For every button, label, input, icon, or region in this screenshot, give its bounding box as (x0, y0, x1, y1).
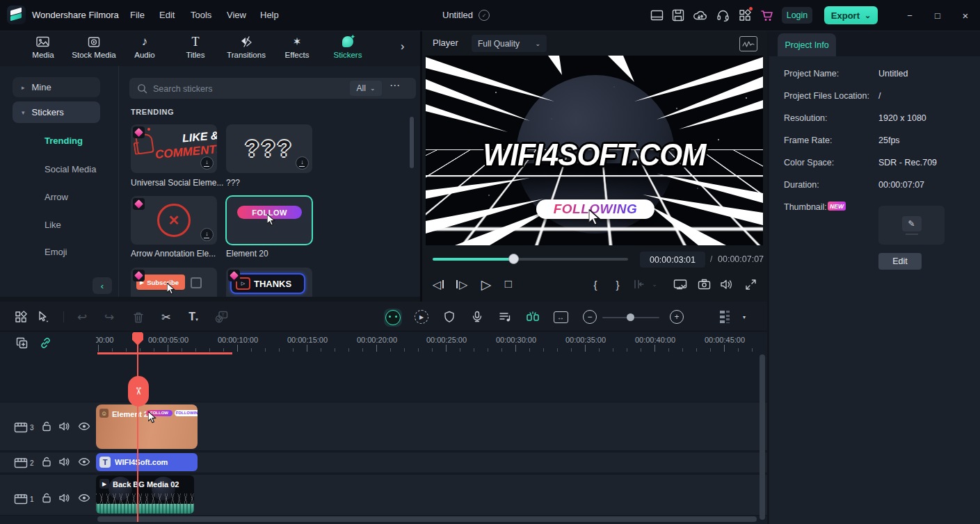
tab-titles[interactable]: T Titles (171, 35, 220, 65)
zoom-in-icon[interactable]: + (668, 310, 685, 324)
track-lock-icon[interactable] (41, 456, 51, 470)
mirror-display-icon[interactable] (672, 276, 689, 293)
edit-button[interactable]: Edit (878, 253, 922, 270)
link-icon[interactable] (38, 336, 53, 350)
download-icon[interactable]: ↓ (200, 228, 214, 241)
track-visibility-icon[interactable] (78, 493, 90, 505)
timeline-ruler[interactable]: 00:00:00 00:00:05:00 00:00:10:00 00:00:1… (96, 332, 760, 353)
tab-media[interactable]: Media (19, 35, 67, 65)
smart-cut-icon[interactable] (524, 310, 541, 324)
trim-chevron-icon[interactable]: ⌄ (650, 276, 659, 293)
sidebar-collapse-button[interactable]: ‹ (93, 277, 112, 294)
cloud-sync-icon[interactable] (693, 8, 708, 23)
play-button[interactable]: ▷ (479, 276, 494, 293)
support-headset-icon[interactable] (715, 8, 730, 23)
sticker-thumb-cross[interactable]: ✕ ↓ (131, 196, 217, 245)
window-close-button[interactable]: × (958, 8, 973, 22)
track-lock-icon[interactable] (41, 420, 51, 434)
tab-stock-media[interactable]: Stock Media (70, 35, 118, 65)
sticker-panel-scrollbar[interactable] (410, 117, 414, 168)
menu-view[interactable]: View (227, 10, 246, 20)
export-button[interactable]: Export ⌄ (824, 6, 878, 24)
timeline-layout-icon[interactable] (13, 310, 29, 324)
track-lock-icon[interactable] (41, 492, 51, 506)
video-preview[interactable]: WIFI4SOFT.COM FOLLOWING (426, 56, 763, 245)
tab-stickers[interactable]: ✦ Stickers (323, 35, 372, 65)
sidebar-group-stickers[interactable]: ▾ Stickers (13, 101, 100, 123)
quality-dropdown[interactable]: Full Quality ⌄ (472, 35, 547, 52)
motion-tracking-icon[interactable]: ▶ (413, 310, 430, 324)
clip-back-bg-media[interactable]: ▶ Back BG Media 02 (96, 475, 194, 514)
sticker-thumb-questions[interactable]: ??? ↓ (226, 124, 312, 173)
apps-grid-icon[interactable] (737, 8, 753, 23)
zoom-slider-handle[interactable] (627, 313, 634, 321)
track-mute-icon[interactable] (58, 493, 71, 506)
workspace-layout-icon[interactable] (649, 8, 664, 23)
save-icon[interactable] (670, 8, 686, 23)
current-timecode[interactable]: 00:00:03:01 (640, 252, 705, 268)
fullscreen-icon[interactable] (743, 276, 758, 293)
delete-icon[interactable] (130, 310, 147, 324)
menu-help[interactable]: Help (260, 10, 279, 20)
sticker-thumb-element20-selected[interactable]: FOLLOW (225, 195, 313, 245)
search-input[interactable] (152, 81, 328, 97)
sidebar-item-trending[interactable]: Trending (45, 136, 83, 146)
track-height-caret-icon[interactable]: ▾ (736, 310, 753, 324)
track-visibility-icon[interactable] (78, 421, 90, 434)
text-tool-icon[interactable]: T ▾ (185, 310, 202, 324)
audio-stretch-icon[interactable] (497, 310, 513, 324)
menu-edit[interactable]: Edit (159, 10, 175, 20)
track-mute-icon[interactable] (58, 457, 71, 470)
window-minimize-button[interactable]: − (902, 8, 917, 22)
menu-tools[interactable]: Tools (191, 10, 211, 20)
sidebar-item-social-media[interactable]: Social Media (45, 164, 96, 174)
thumbnail-edit-box[interactable]: ✎ (878, 206, 945, 245)
mask-shield-icon[interactable] (441, 310, 458, 324)
playhead-line[interactable] (137, 332, 138, 522)
shopping-cart-icon[interactable] (760, 8, 775, 23)
sidebar-item-emoji[interactable]: Emoji (45, 247, 67, 257)
clip-wifi4soft-text[interactable]: T WIFI4Soft.com (96, 453, 198, 471)
mark-in-button[interactable]: { (590, 276, 601, 293)
zoom-out-icon[interactable]: − (581, 310, 598, 324)
ai-copilot-icon[interactable] (384, 309, 402, 327)
sidebar-group-mine[interactable]: ▸ Mine (13, 77, 100, 97)
tab-strip-expand-icon[interactable]: › (401, 40, 404, 53)
mark-out-button[interactable]: } (612, 276, 623, 293)
sticker-thumb-like-comment[interactable]: LIKE & COMMENT! ↓ (131, 124, 217, 173)
split-scissors-icon[interactable]: ✂ (158, 310, 175, 324)
login-button[interactable]: Login (782, 7, 812, 24)
snapshot-camera-icon[interactable] (696, 276, 712, 293)
playhead-scissors-badge[interactable]: ✂ (128, 376, 149, 407)
window-maximize-button[interactable]: □ (930, 8, 945, 22)
render-preview-icon[interactable] (739, 36, 757, 51)
tab-effects[interactable]: ✶ Effects (273, 35, 321, 65)
track-mute-icon[interactable] (58, 421, 71, 434)
download-icon[interactable]: ↓ (296, 156, 309, 170)
seek-handle[interactable] (508, 254, 519, 264)
clip-element20[interactable]: ☺ Element 20 FOLLOW FOLLOWING (96, 404, 198, 449)
more-options-icon[interactable]: ⋯ (389, 79, 401, 92)
volume-icon[interactable] (718, 276, 735, 293)
menu-file[interactable]: File (130, 10, 145, 20)
previous-frame-button[interactable]: ◁ (433, 276, 444, 293)
download-icon[interactable]: ↓ (200, 156, 214, 170)
sidebar-item-like[interactable]: Like (45, 220, 61, 230)
timeline-hscrollbar[interactable] (97, 516, 757, 522)
track-height-icon[interactable] (716, 310, 733, 324)
trim-icon[interactable] (632, 276, 647, 293)
next-frame-button[interactable]: ▷ (456, 276, 467, 293)
tab-audio[interactable]: ♪ Audio (120, 35, 169, 65)
speech-to-text-icon[interactable]: T (213, 310, 230, 324)
stop-button[interactable]: □ (501, 276, 516, 293)
filter-all-select[interactable]: All ⌄ (350, 81, 382, 96)
tab-transitions[interactable]: Transitions (222, 35, 271, 65)
sidebar-item-arrow[interactable]: Arrow (45, 192, 68, 202)
duplicate-icon[interactable] (14, 336, 29, 350)
select-tool-icon[interactable] (35, 310, 51, 324)
track-visibility-icon[interactable] (78, 457, 90, 469)
timeline-vscrollbar[interactable] (760, 354, 765, 520)
redo-icon[interactable]: ↪ (101, 310, 118, 324)
tab-project-info[interactable]: Project Info (778, 33, 836, 56)
undo-icon[interactable]: ↩ (74, 310, 90, 324)
